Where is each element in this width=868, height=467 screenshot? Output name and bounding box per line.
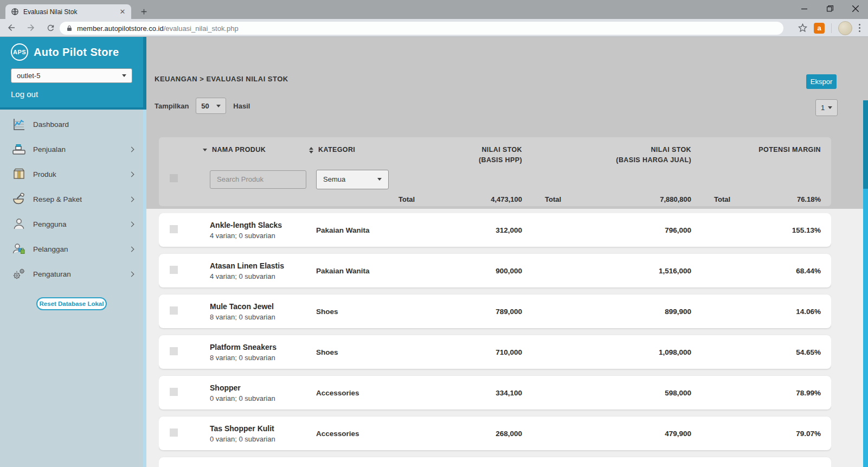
browser-menu-icon[interactable]: [859, 24, 860, 32]
chevron-down-icon: [216, 105, 221, 107]
search-input[interactable]: [210, 170, 306, 189]
stock-value-hpp: 268,000: [398, 430, 522, 438]
total-label: Total: [545, 195, 561, 203]
chevron-right-icon: [129, 221, 134, 227]
product-name: Tas Shopper Kulit: [210, 424, 316, 433]
total-margin-value: 76.18%: [797, 195, 821, 203]
row-checkbox[interactable]: [170, 306, 178, 315]
back-button[interactable]: [3, 20, 20, 35]
product-variants: 8 varian; 0 subvarian: [210, 354, 316, 362]
table-row[interactable]: Platform Sneakers 8 varian; 0 subvarian …: [159, 335, 831, 369]
chevron-right-icon: [129, 146, 134, 152]
toolbar-divider: [831, 23, 832, 33]
potential-margin: 79.07%: [691, 430, 821, 438]
table-row[interactable]: Atasan Linen Elastis 4 varian; 0 subvari…: [159, 254, 831, 287]
browser-tab-strip: Evaluasi Nilai Stok ✕: [0, 0, 868, 19]
sidebar-item-pengaturan[interactable]: Pengaturan: [0, 261, 143, 286]
sidebar: APS Auto Pilot Store outlet-5 Log out Da…: [0, 37, 143, 467]
chevron-right-icon: [129, 196, 134, 202]
row-checkbox[interactable]: [170, 266, 178, 274]
table-row[interactable]: Ankle-length Slacks 4 varian; 0 subvaria…: [159, 213, 831, 247]
reset-database-button[interactable]: Reset Database Lokal: [36, 297, 107, 310]
export-button[interactable]: Ekspor: [806, 74, 837, 89]
chevron-down-icon: [122, 74, 126, 77]
sort-icon[interactable]: [309, 147, 313, 153]
url-bar[interactable]: member.autopilotstore.co.id/evaluasi_nil…: [60, 22, 783, 35]
sidebar-header: APS Auto Pilot Store outlet-5 Log out: [0, 37, 143, 110]
show-label: Tampilkan: [155, 102, 189, 110]
new-tab-button[interactable]: [137, 4, 151, 18]
logout-link[interactable]: Log out: [11, 89, 38, 99]
forward-button[interactable]: [23, 20, 39, 35]
sidebar-item-penjualan[interactable]: Penjualan: [0, 137, 143, 162]
reload-button[interactable]: [42, 20, 59, 35]
bookmark-star-icon[interactable]: [798, 23, 807, 33]
profile-avatar[interactable]: [838, 21, 852, 35]
stock-value-hpp: 789,000: [398, 308, 522, 316]
url-text: member.autopilotstore.co.id/evaluasi_nil…: [77, 24, 239, 33]
extension-bag-icon[interactable]: a: [814, 23, 825, 34]
stock-value-jual: 1,516,000: [522, 267, 691, 275]
column-header-hpp: NILAI STOK(BASIS HPP): [398, 145, 522, 166]
page-size-select[interactable]: 50: [196, 98, 226, 114]
outlet-selector-value: outlet-5: [17, 72, 40, 80]
table-row[interactable]: Tas Shopper Kulit 0 varian; 0 subvarian …: [159, 417, 831, 450]
product-variants: 4 varian; 0 subvarian: [210, 272, 316, 280]
total-margin-cell: Total 76.18%: [691, 195, 821, 203]
row-checkbox[interactable]: [170, 225, 178, 233]
product-name: Platform Sneakers: [210, 343, 316, 351]
main-scrollbar-thumb[interactable]: [863, 100, 868, 189]
column-header-name[interactable]: NAMA PRODUK: [212, 145, 266, 155]
url-path: /evaluasi_nilai_stok.php: [164, 24, 239, 33]
main-scrollbar[interactable]: [863, 100, 868, 467]
sidebar-item-pengguna[interactable]: Pengguna: [0, 212, 143, 236]
potential-margin: 68.44%: [691, 267, 821, 275]
minimize-button[interactable]: [792, 0, 817, 17]
sidebar-item-produk[interactable]: Produk: [0, 162, 143, 187]
sidebar-item-dashboard[interactable]: Dashboard: [0, 112, 143, 137]
row-checkbox[interactable]: [170, 428, 178, 437]
total-jual-cell: Total 7,880,800: [522, 195, 691, 203]
category-filter-select[interactable]: Semua: [316, 170, 389, 189]
table-row[interactable]: Shopper 0 varian; 0 subvarian Accessorie…: [159, 376, 831, 410]
close-window-button[interactable]: [843, 0, 868, 17]
sidebar-item-pelanggan[interactable]: Pelanggan: [0, 236, 143, 261]
sort-desc-icon[interactable]: [203, 149, 207, 151]
sidebar-item-resep-paket[interactable]: Resep & Paket: [0, 187, 143, 212]
main-content: KEUANGAN > EVALUASI NILAI STOK Ekspor Ta…: [146, 37, 868, 467]
outlet-selector[interactable]: outlet-5: [11, 68, 132, 83]
product-name: Mule Tacon Jewel: [210, 302, 316, 311]
product-category: Accessories: [316, 430, 398, 438]
browser-tab[interactable]: Evaluasi Nilai Stok ✕: [5, 4, 131, 19]
row-checkbox[interactable]: [170, 347, 178, 355]
potential-margin: 14.06%: [691, 308, 821, 316]
sidebar-item-label: Pengguna: [33, 220, 130, 228]
restore-button[interactable]: [817, 0, 843, 17]
package-box-icon: [12, 167, 26, 181]
lock-icon: [66, 24, 73, 32]
total-label: Total: [714, 195, 730, 203]
product-category: Pakaian Wanita: [316, 226, 398, 234]
stock-value-hpp: 710,000: [398, 348, 522, 356]
total-jual-value: 7,880,800: [660, 195, 691, 203]
cash-register-icon: [12, 142, 26, 156]
table-row[interactable]: Mule Tacon Jewel 8 varian; 0 subvarian S…: [159, 295, 831, 328]
table-row-partial[interactable]: [159, 457, 831, 467]
product-variants: 0 varian; 0 subvarian: [210, 394, 316, 402]
stock-value-jual: 1,098,000: [522, 348, 691, 356]
column-header-category[interactable]: KATEGORI: [318, 145, 355, 155]
user-icon: [12, 217, 26, 231]
tab-close-icon[interactable]: ✕: [118, 8, 127, 16]
sidebar-item-label: Resep & Paket: [33, 195, 130, 203]
globe-favicon-icon: [11, 8, 19, 16]
stock-value-hpp: 900,000: [398, 267, 522, 275]
stock-value-jual: 899,900: [522, 308, 691, 316]
sidebar-item-label: Pengaturan: [33, 270, 130, 278]
row-checkbox[interactable]: [170, 388, 178, 396]
select-all-checkbox[interactable]: [170, 174, 178, 182]
chevron-right-icon: [129, 171, 134, 177]
page-number-select[interactable]: 1: [815, 99, 838, 116]
sidebar-menu: Dashboard Penjualan Produk: [0, 112, 143, 467]
category-filter-value: Semua: [323, 175, 345, 183]
mortar-pestle-icon: [12, 192, 26, 206]
